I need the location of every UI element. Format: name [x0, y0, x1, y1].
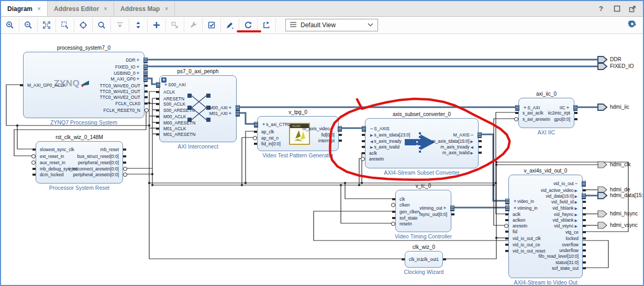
port-TTC0_WAVE0_OUT[interactable]: TTC0_WAVE0_OUT	[100, 83, 140, 88]
port-pin[interactable]	[450, 205, 454, 211]
port-pin[interactable]	[145, 90, 148, 93]
zoom-out-button[interactable]	[19, 18, 38, 32]
port-vtiming_out[interactable]: vtiming_out+	[419, 205, 447, 211]
port-S00_ARESETN[interactable]: S00_ARESETN	[163, 108, 195, 113]
ip-block-axi_iic_0[interactable]: axi_iic_0AXI IIC+S_AXIs_axi_aclks_axi_ar…	[518, 98, 574, 128]
port-ext_reset_in[interactable]: ext_reset_in	[40, 154, 64, 159]
port-pin[interactable]	[156, 116, 159, 118]
port-pin[interactable]	[123, 155, 126, 157]
port-pin[interactable]	[32, 174, 36, 176]
port-aclken[interactable]: aclken	[513, 218, 526, 223]
port-M_AXIS[interactable]: M_AXIS−	[453, 132, 474, 138]
port-s_axis_tvalid[interactable]: ▶s_axis_tvalid	[369, 144, 399, 150]
interface-toggle-icon[interactable]: +	[524, 105, 526, 110]
port-ap_clk[interactable]: ap_clk	[261, 129, 274, 134]
port-pin[interactable]	[145, 108, 149, 112]
search-button[interactable]	[93, 18, 111, 32]
port-aclk[interactable]: aclk	[513, 212, 520, 217]
settings-gear-button[interactable]	[628, 21, 637, 30]
interface-toggle-icon[interactable]: +	[331, 126, 334, 131]
port-pin[interactable]	[145, 102, 148, 105]
port-vid_vblank[interactable]: vid_vblank▶	[552, 218, 579, 223]
port-pin[interactable]	[583, 231, 586, 233]
port-video_in[interactable]: +video_in	[513, 199, 534, 204]
port-fid_in00[interactable]: fid_in[0:0]	[261, 141, 281, 146]
port-pin[interactable]	[583, 249, 586, 251]
port-status310[interactable]: status[31:0]	[556, 260, 579, 265]
port-dcm_locked[interactable]: dcm_locked	[40, 172, 63, 177]
interface-toggle-icon[interactable]: +	[137, 71, 139, 76]
ip-block-rst_clk_wiz_0_148M[interactable]: rst_clk_wiz_0_148MProcessor System Reset…	[36, 141, 123, 184]
port-pin[interactable]	[505, 244, 508, 246]
port-TTC0_WAVE2_OUT[interactable]: TTC0_WAVE2_OUT	[100, 95, 140, 100]
port-vtg_ce[interactable]: vtg_ce	[565, 230, 579, 235]
port-pin[interactable]	[32, 168, 36, 170]
interface-toggle-icon[interactable]: +	[514, 199, 516, 204]
interface-toggle-icon[interactable]: −	[370, 126, 373, 131]
port-fid[interactable]: fid	[513, 229, 517, 234]
port-pin[interactable]	[31, 154, 36, 158]
port-pin[interactable]	[236, 105, 240, 111]
external-port-DDR[interactable]	[598, 56, 607, 63]
interface-toggle-icon[interactable]: +	[514, 205, 516, 211]
port-fid00[interactable]: fid[0:0]	[321, 132, 335, 138]
port-vid_io_out_ce[interactable]: vid_io_out_ce	[513, 242, 540, 247]
port-pin[interactable]	[583, 255, 586, 257]
port-locked[interactable]: locked	[565, 236, 579, 241]
refresh-button[interactable]	[239, 18, 258, 32]
port-S00_ACLK[interactable]: S00_ACLK	[163, 101, 185, 107]
port-pin[interactable]	[123, 173, 127, 177]
port-pin[interactable]	[451, 213, 454, 215]
port-pin[interactable]	[402, 258, 405, 260]
tab-address-map[interactable]: Address Map×	[114, 1, 175, 16]
port-FCLK_CLK0[interactable]: FCLK_CLK0	[115, 101, 140, 106]
port-pin[interactable]	[362, 140, 365, 142]
port-S_AXI[interactable]: +S_AXI	[523, 105, 540, 110]
port-pin[interactable]	[123, 167, 127, 171]
port-M_AXI_GP0_ACLK[interactable]: M_AXI_GP0_ACLK	[27, 83, 66, 88]
port-s_axi_CTRL[interactable]: +s_axi_CTRL	[261, 122, 291, 127]
port-bus_struct_reset00[interactable]: bus_struct_reset[0:0]	[77, 154, 119, 159]
port-pin[interactable]	[145, 96, 148, 98]
port-pin[interactable]	[254, 143, 257, 145]
port-vtiming_in[interactable]: +vtiming_in	[513, 205, 538, 211]
port-pin[interactable]	[479, 140, 482, 142]
port-pin[interactable]	[505, 213, 508, 215]
port-S_AXIS[interactable]: −S_AXIS	[369, 126, 390, 131]
tab-close-icon[interactable]: ×	[104, 5, 107, 13]
ip-block-axis_subset_converter_0[interactable]: axis_subset_converter_0AXI4-Stream Subse…	[365, 118, 479, 168]
port-pin[interactable]	[574, 118, 578, 120]
regenerate-layout-button[interactable]	[258, 18, 276, 32]
port-clk[interactable]: clk	[399, 197, 405, 202]
port-sof_state[interactable]: sof_state	[399, 215, 418, 221]
port-slowest_sync_clk[interactable]: slowest_sync_clk	[40, 147, 74, 152]
zoom-in-button[interactable]	[1, 18, 19, 32]
ip-block-v_tpg_0[interactable]: v_tpg_0Video Test Pattern GeneratorXILIN…	[257, 116, 339, 151]
port-M00_ACLK[interactable]: M00_ACLK	[163, 114, 186, 119]
port-pin[interactable]	[362, 146, 365, 148]
port-vid_io_out[interactable]: vid_io_out−	[553, 181, 579, 186]
port-pin[interactable]	[392, 198, 395, 200]
expand-hierarchy-button[interactable]	[129, 18, 148, 32]
port-pin[interactable]	[505, 219, 508, 221]
port-iic2intc_irpt[interactable]: iic2intc_irpt	[548, 110, 570, 116]
port-FIXED_IO[interactable]: FIXED_IO+	[115, 64, 140, 70]
port-clk_in1[interactable]: clk_in1	[409, 257, 423, 262]
net-wire[interactable]	[341, 185, 395, 223]
external-port-hdmi_de[interactable]	[598, 187, 607, 193]
ip-block-processing_system7_0[interactable]: processing_system7_0ZYNQ7 Processing Sys…	[23, 52, 145, 118]
port-FCLK_RESET0_N[interactable]: FCLK_RESET0_N	[104, 108, 140, 113]
port-pin[interactable]	[32, 148, 36, 151]
port-pin[interactable]	[156, 98, 159, 100]
port-pin[interactable]	[392, 211, 395, 213]
port-vid_hblank[interactable]: vid_hblank▶	[552, 205, 579, 211]
port-sof_state_out[interactable]: sof_state_out	[552, 266, 579, 271]
port-pin[interactable]	[362, 134, 365, 136]
port-pin[interactable]	[504, 224, 508, 228]
port-pin[interactable]	[31, 161, 36, 165]
ip-block-clk_wiz_0[interactable]: clk_wiz_0Clocking Wizardclk_in1clk_out1	[405, 251, 443, 268]
external-port-hdmi_clk[interactable]	[598, 162, 607, 168]
port-pin[interactable]	[583, 201, 586, 203]
port-M00_AXI[interactable]: M00_AXI+	[209, 105, 232, 110]
port-pin[interactable]	[156, 103, 159, 105]
